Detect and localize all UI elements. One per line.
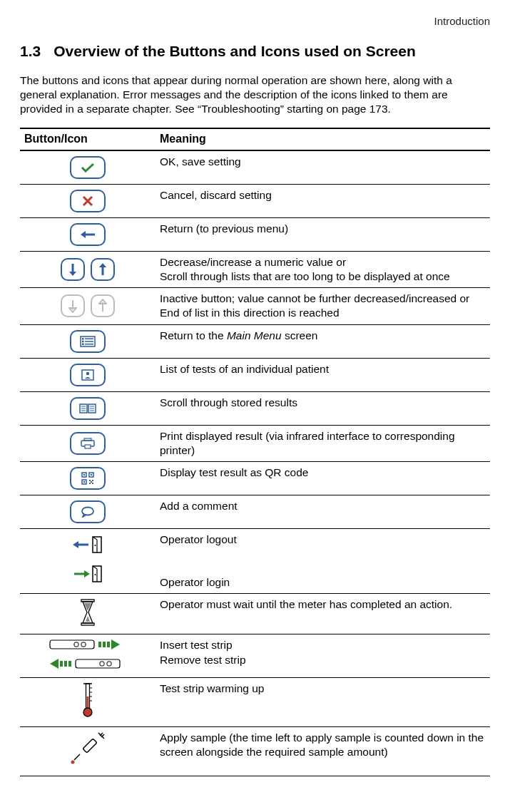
svg-rect-66 [60, 661, 63, 667]
main-menu-icon [70, 330, 106, 353]
intro-paragraph: The buttons and icons that appear during… [20, 73, 490, 116]
svg-rect-63 [107, 642, 110, 647]
meaning-cell: Print displayed result (via infrared int… [155, 425, 490, 461]
svg-rect-69 [76, 659, 120, 668]
table-row: Add a comment [20, 495, 490, 528]
svg-marker-64 [111, 639, 120, 649]
svg-marker-9 [69, 308, 76, 312]
remove-strip-icon [49, 657, 127, 674]
table-row: Print displayed result (via infrared int… [20, 425, 490, 461]
svg-point-49 [95, 545, 96, 546]
svg-line-84 [74, 754, 80, 760]
svg-rect-71 [107, 662, 111, 666]
meaning-cell: Cancel, discard setting [155, 185, 490, 218]
table-row: Inactive button; value cannot be further… [20, 288, 490, 324]
meaning-cell: Display test result as QR code [155, 461, 490, 495]
meaning-cell: List of tests of an individual patient [155, 358, 490, 391]
meaning-cell: Insert test strip Remove test strip [155, 634, 490, 677]
svg-rect-59 [74, 642, 78, 647]
table-header-meaning: Meaning [155, 128, 490, 150]
meaning-cell: Add a comment [155, 495, 490, 528]
hourglass-icon [78, 599, 97, 629]
table-row: Test strip warming up [20, 677, 490, 726]
svg-rect-60 [81, 642, 86, 647]
scroll-results-icon [70, 397, 106, 420]
page-title: 1.3Overview of the Buttons and Icons use… [20, 41, 490, 61]
table-row: Scroll through stored results [20, 391, 490, 425]
meaning-cell: Return to the Main Menu screen [155, 324, 490, 358]
svg-rect-13 [82, 338, 84, 340]
increase-inactive-icon [91, 294, 115, 317]
thermometer-icon [81, 682, 94, 721]
svg-rect-35 [91, 474, 92, 476]
svg-rect-17 [82, 343, 84, 345]
print-icon [70, 432, 106, 455]
meaning-cell: Operator logout Operator login [155, 528, 490, 594]
svg-rect-41 [89, 483, 91, 484]
cancel-icon [70, 190, 106, 212]
qr-code-icon [70, 467, 106, 490]
section-title-text: Overview of the Buttons and Icons used o… [53, 43, 416, 59]
svg-rect-62 [103, 642, 106, 647]
svg-rect-30 [84, 438, 91, 441]
svg-marker-51 [84, 570, 90, 577]
meaning-cell: Decrease/increase a numeric value or Scr… [155, 252, 490, 288]
svg-rect-39 [92, 480, 93, 481]
meaning-cell: Inactive button; value cannot be further… [155, 288, 490, 324]
meaning-cell: Scroll through stored results [155, 391, 490, 425]
svg-point-20 [86, 371, 89, 374]
meaning-cell: OK, save setting [155, 150, 490, 185]
svg-rect-15 [82, 340, 84, 342]
svg-rect-33 [83, 474, 85, 476]
svg-marker-11 [99, 299, 106, 304]
svg-marker-7 [99, 263, 106, 267]
table-row: Return (to previous menu) [20, 218, 490, 252]
meaning-cell: Apply sample (the time left to apply sam… [155, 726, 490, 776]
svg-rect-40 [91, 481, 92, 483]
table-row: Operator logout Operator login [20, 528, 490, 594]
buttons-icons-table: Button/Icon Meaning OK, save setting Can… [20, 128, 490, 776]
login-icon [71, 565, 104, 587]
section-number: 1.3 [20, 41, 41, 61]
decrease-inactive-icon [61, 294, 85, 317]
section-header: Introduction [20, 14, 490, 29]
svg-rect-61 [98, 642, 101, 647]
svg-rect-67 [64, 661, 67, 667]
svg-marker-3 [81, 231, 86, 238]
svg-rect-74 [87, 697, 89, 709]
meaning-cell: Operator must wait until the meter has c… [155, 594, 490, 634]
table-row: Apply sample (the time left to apply sam… [20, 726, 490, 776]
svg-rect-70 [100, 662, 104, 666]
table-row: Display test result as QR code [20, 461, 490, 495]
svg-rect-58 [50, 640, 94, 649]
meaning-cell: Return (to previous menu) [155, 218, 490, 252]
table-row: Decrease/increase a numeric value or Scr… [20, 252, 490, 288]
meaning-cell: Test strip warming up [155, 677, 490, 726]
table-row: List of tests of an individual patient [20, 358, 490, 391]
return-icon [70, 223, 106, 246]
table-row: OK, save setting [20, 150, 490, 185]
svg-point-55 [95, 574, 96, 575]
svg-marker-65 [50, 659, 58, 669]
svg-marker-45 [73, 541, 78, 548]
svg-rect-68 [68, 661, 71, 667]
svg-rect-31 [85, 445, 91, 448]
svg-marker-5 [69, 272, 76, 276]
table-row: Cancel, discard setting [20, 185, 490, 218]
table-row: Operator must wait until the meter has c… [20, 594, 490, 634]
ok-icon [70, 156, 106, 179]
syringe-icon [70, 731, 106, 771]
table-row: Return to the Main Menu screen [20, 324, 490, 358]
decrease-icon [61, 258, 85, 281]
table-row: Insert test strip Remove test strip [20, 634, 490, 677]
svg-rect-37 [83, 481, 85, 483]
insert-strip-icon [49, 638, 127, 654]
table-header-button-icon: Button/Icon [20, 128, 155, 150]
svg-point-75 [83, 708, 92, 716]
increase-icon [91, 258, 115, 281]
comment-icon [70, 500, 106, 523]
svg-rect-38 [89, 480, 91, 481]
svg-point-85 [71, 761, 75, 764]
svg-rect-83 [83, 739, 97, 753]
logout-icon [71, 535, 104, 557]
